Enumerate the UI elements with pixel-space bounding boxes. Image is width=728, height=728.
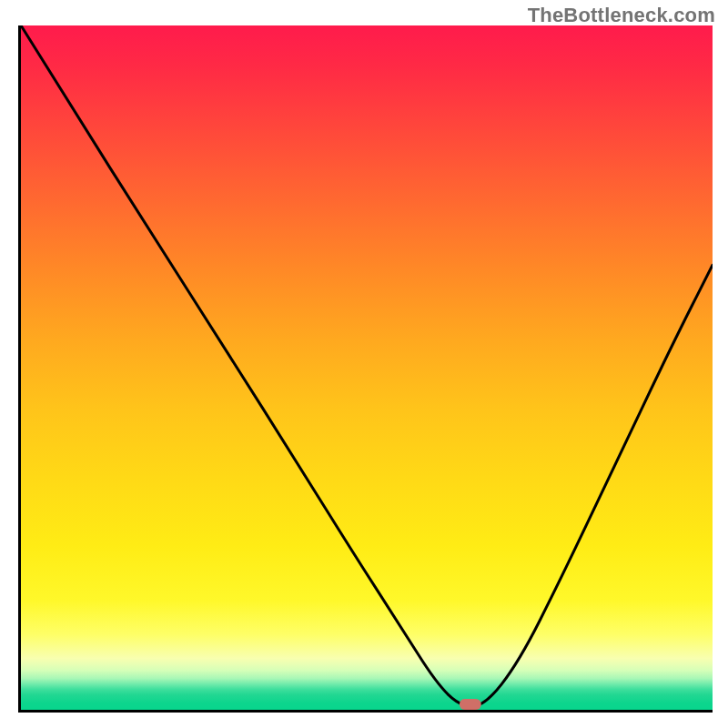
optimal-point-marker: [460, 699, 481, 710]
curve-path: [21, 25, 713, 706]
plot-area: [18, 25, 713, 713]
bottleneck-curve: [21, 25, 713, 710]
chart-container: TheBottleneck.com: [0, 0, 728, 728]
watermark-text: TheBottleneck.com: [528, 4, 715, 27]
